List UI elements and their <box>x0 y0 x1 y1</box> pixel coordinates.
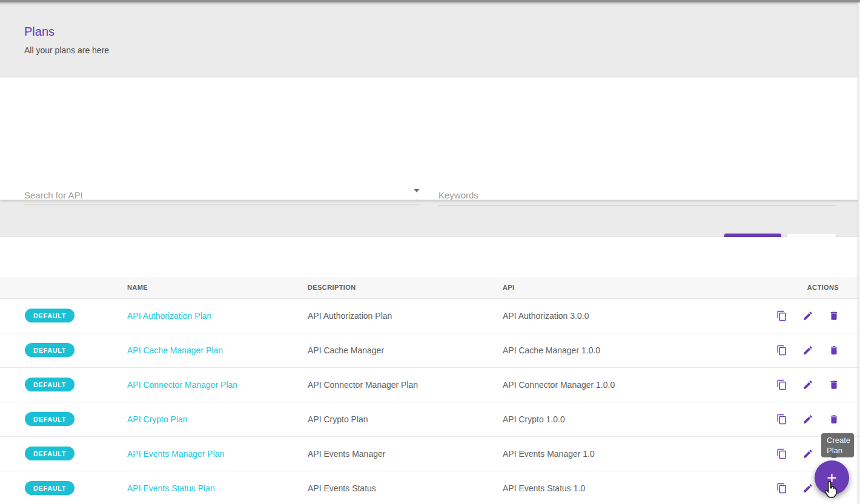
plan-description: API Connector Manager Plan <box>308 380 418 390</box>
api-select-placeholder: Search for API <box>24 190 83 200</box>
plan-description: API Events Status <box>308 483 376 493</box>
column-header-api: API <box>503 284 515 291</box>
copy-icon[interactable] <box>776 379 787 390</box>
plan-api: API Authorization 3.0.0 <box>503 311 589 321</box>
status-badge: DEFAULT <box>25 309 74 322</box>
edit-icon[interactable] <box>802 483 813 494</box>
default-badge-cell: DEFAULT <box>25 309 74 322</box>
plans-page: Plans All your plans are here Search for… <box>0 0 860 504</box>
plan-name-link[interactable]: API Events Manager Plan <box>127 449 224 459</box>
column-header-description: DESCRIPTION <box>308 284 356 291</box>
plan-description: API Authorization Plan <box>308 311 392 321</box>
table-header: NAME DESCRIPTION API ACTIONS <box>0 277 858 299</box>
edit-icon[interactable] <box>802 379 813 390</box>
default-badge-cell: DEFAULT <box>25 378 74 391</box>
column-header-actions: ACTIONS <box>807 284 839 291</box>
search-panel: Search for API SEARCH CLEAR <box>0 77 858 200</box>
status-badge: DEFAULT <box>25 481 74 495</box>
edit-icon[interactable] <box>802 345 813 356</box>
status-badge: DEFAULT <box>25 447 74 460</box>
copy-icon[interactable] <box>776 345 787 356</box>
delete-icon[interactable] <box>829 414 839 425</box>
copy-icon[interactable] <box>776 483 787 494</box>
default-badge-cell: DEFAULT <box>25 412 74 426</box>
status-badge: DEFAULT <box>25 412 74 426</box>
plan-description: API Cache Manager <box>308 345 384 355</box>
default-badge-cell: DEFAULT <box>25 447 74 460</box>
results-panel: Showing 10 from 79 Available NAME DESCRI… <box>0 237 858 504</box>
plus-icon: + <box>827 468 836 487</box>
table-row: DEFAULT API Events Manager Plan API Even… <box>0 437 858 471</box>
row-actions <box>776 379 839 390</box>
plan-name-link[interactable]: API Cache Manager Plan <box>127 345 223 355</box>
edit-icon[interactable] <box>802 414 813 425</box>
table-row: DEFAULT API Cache Manager Plan API Cache… <box>0 333 858 368</box>
table-row: DEFAULT API Crypto Plan API Crypto Plan … <box>0 402 858 437</box>
plan-name-link[interactable]: API Crypto Plan <box>127 414 188 424</box>
plan-api: API Connector Manager 1.0.0 <box>503 380 615 390</box>
copy-icon[interactable] <box>776 414 787 425</box>
scrollbar-track[interactable] <box>858 2 860 504</box>
page-subtitle: All your plans are here <box>24 45 109 55</box>
status-badge: DEFAULT <box>25 343 74 357</box>
plan-api: API Events Manager 1.0 <box>503 449 595 459</box>
plan-api: API Crypto 1.0.0 <box>503 414 565 424</box>
page-title: Plans <box>24 25 55 39</box>
edit-icon[interactable] <box>802 448 813 459</box>
keywords-input[interactable] <box>438 185 836 206</box>
copy-icon[interactable] <box>776 310 787 321</box>
delete-icon[interactable] <box>829 310 839 321</box>
create-plan-button[interactable]: + <box>815 460 849 495</box>
plan-description: API Events Manager <box>308 449 385 459</box>
row-actions <box>776 345 839 356</box>
plan-api: API Events Status 1.0 <box>503 483 585 493</box>
table-body: DEFAULT API Authorization Plan API Autho… <box>0 299 858 504</box>
create-plan-tooltip: Create Plan <box>821 433 854 457</box>
delete-icon[interactable] <box>829 379 839 390</box>
plan-name-link[interactable]: API Authorization Plan <box>127 311 211 321</box>
plan-name-link[interactable]: API Events Status Plan <box>127 483 215 493</box>
plan-description: API Crypto Plan <box>308 414 368 424</box>
api-select[interactable]: Search for API <box>24 184 421 205</box>
table-row: DEFAULT API Authorization Plan API Autho… <box>0 299 858 333</box>
top-window-strip <box>0 0 860 2</box>
column-header-name: NAME <box>127 284 148 291</box>
page-header: Plans All your plans are here <box>0 2 858 77</box>
default-badge-cell: DEFAULT <box>25 343 74 357</box>
status-badge: DEFAULT <box>25 378 74 391</box>
edit-icon[interactable] <box>802 310 813 321</box>
table-row: DEFAULT API Events Status Plan API Event… <box>0 471 858 504</box>
row-actions <box>776 310 839 321</box>
chevron-down-icon <box>414 189 420 192</box>
plan-name-link[interactable]: API Connector Manager Plan <box>127 380 237 390</box>
table-row: DEFAULT API Connector Manager Plan API C… <box>0 368 858 402</box>
plan-api: API Cache Manager 1.0.0 <box>503 345 600 355</box>
copy-icon[interactable] <box>776 448 787 459</box>
default-badge-cell: DEFAULT <box>25 481 74 495</box>
row-actions <box>776 414 839 425</box>
delete-icon[interactable] <box>829 345 839 356</box>
